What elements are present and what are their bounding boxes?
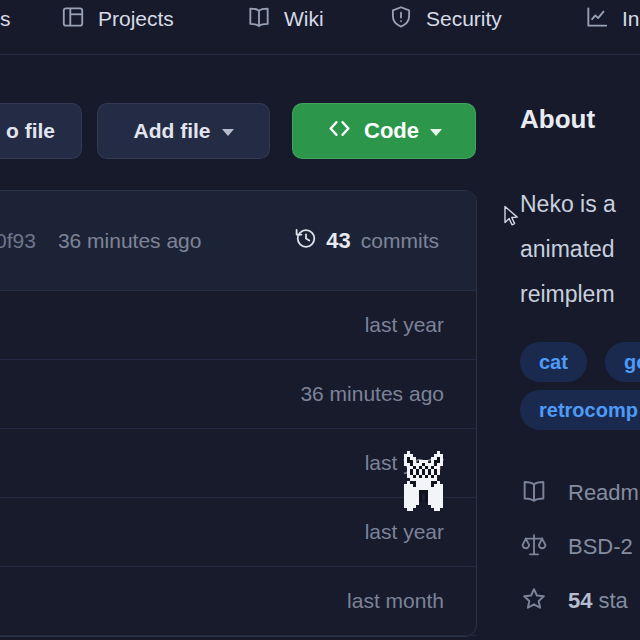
file-row[interactable]: last year (0, 291, 476, 360)
neko-cat-sprite (401, 451, 446, 511)
shield-icon (388, 4, 414, 34)
add-file-label: Add file (134, 119, 211, 143)
code-icon (326, 115, 353, 147)
topic-tag-retrocomputing[interactable]: retrocomp (520, 390, 640, 430)
file-row[interactable]: 36 minutes ago (0, 360, 476, 429)
stars-label: sta (598, 588, 627, 614)
file-updated: last year (365, 520, 444, 544)
nav-tab-wiki[interactable]: Wiki (246, 2, 324, 36)
file-row[interactable]: last month (0, 567, 476, 636)
nav-tab-partial[interactable]: s (0, 2, 11, 36)
chevron-down-icon (430, 129, 442, 136)
book-icon (246, 4, 272, 34)
topic-tag-label: cat (539, 351, 568, 374)
topic-tag-go[interactable]: go (605, 342, 640, 382)
file-updated: last month (347, 589, 444, 613)
topic-tag-label: go (624, 351, 640, 374)
topic-tag-label: retrocomp (539, 399, 638, 422)
law-icon (520, 531, 548, 563)
description-line: reimplem (520, 272, 616, 317)
code-label: Code (364, 118, 419, 144)
readme-label: Readm (568, 480, 639, 506)
stars-link[interactable]: 54 sta (520, 585, 628, 617)
commit-count: 43 (326, 228, 350, 254)
stars-text: 54 sta (568, 588, 628, 614)
nav-tab-security[interactable]: Security (388, 2, 502, 36)
nav-tab-security-label: Security (426, 7, 502, 31)
commit-hash[interactable]: 0f93 (0, 229, 36, 253)
readme-link[interactable]: Readm (520, 477, 639, 509)
file-updated: 36 minutes ago (300, 382, 444, 406)
stars-count: 54 (568, 588, 592, 614)
go-to-file-button[interactable]: o file (0, 103, 82, 159)
latest-commit-bar: 0f93 36 minutes ago 43 commits (0, 191, 476, 291)
history-icon (292, 225, 319, 256)
repo-description: Neko is a animated reimplem (520, 182, 616, 317)
commits-label: commits (361, 229, 439, 253)
description-line: animated (520, 227, 616, 272)
github-repo-page: s Projects Wiki (0, 0, 640, 640)
book-icon (520, 477, 548, 509)
table-icon (60, 4, 86, 34)
mouse-cursor-icon (503, 205, 520, 233)
license-link[interactable]: BSD-2 (520, 531, 633, 563)
file-updated: last year (365, 313, 444, 337)
add-file-button[interactable]: Add file (97, 103, 270, 159)
commit-history-link[interactable]: 43 commits (292, 225, 439, 256)
star-icon (520, 585, 548, 617)
license-label: BSD-2 (568, 534, 633, 560)
commit-time: 36 minutes ago (58, 229, 202, 253)
go-to-file-label: o file (6, 119, 55, 143)
about-sidebar: About Neko is a animated reimplem cat go… (520, 0, 640, 640)
topic-tag-cat[interactable]: cat (520, 342, 587, 382)
file-list-panel: 0f93 36 minutes ago 43 commits last year… (0, 190, 477, 637)
chevron-down-icon (222, 129, 234, 136)
nav-tab-projects-label: Projects (98, 7, 174, 31)
nav-tab-partial-label: s (0, 7, 11, 31)
about-heading: About (520, 104, 595, 135)
nav-tab-wiki-label: Wiki (284, 7, 324, 31)
description-line: Neko is a (520, 182, 616, 227)
code-button[interactable]: Code (292, 103, 476, 159)
nav-tab-projects[interactable]: Projects (60, 2, 174, 36)
